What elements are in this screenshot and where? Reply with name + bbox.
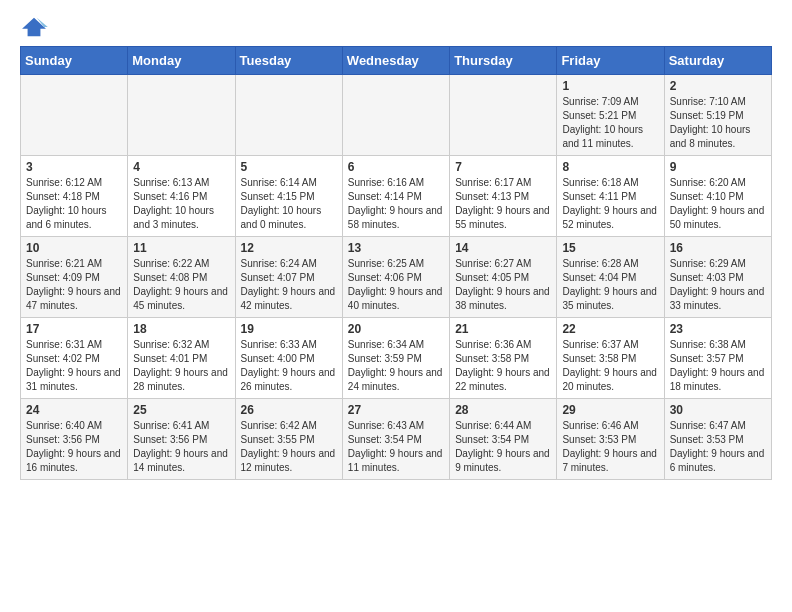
day-info: Sunrise: 6:28 AM Sunset: 4:04 PM Dayligh… — [562, 257, 658, 313]
calendar-week-row: 3Sunrise: 6:12 AM Sunset: 4:18 PM Daylig… — [21, 156, 772, 237]
calendar-cell: 19Sunrise: 6:33 AM Sunset: 4:00 PM Dayli… — [235, 318, 342, 399]
day-info: Sunrise: 6:29 AM Sunset: 4:03 PM Dayligh… — [670, 257, 766, 313]
day-number: 27 — [348, 403, 444, 417]
svg-marker-0 — [22, 18, 46, 36]
day-info: Sunrise: 6:16 AM Sunset: 4:14 PM Dayligh… — [348, 176, 444, 232]
calendar-cell: 3Sunrise: 6:12 AM Sunset: 4:18 PM Daylig… — [21, 156, 128, 237]
day-info: Sunrise: 6:37 AM Sunset: 3:58 PM Dayligh… — [562, 338, 658, 394]
day-info: Sunrise: 6:38 AM Sunset: 3:57 PM Dayligh… — [670, 338, 766, 394]
day-number: 17 — [26, 322, 122, 336]
day-header-tuesday: Tuesday — [235, 47, 342, 75]
calendar-cell: 23Sunrise: 6:38 AM Sunset: 3:57 PM Dayli… — [664, 318, 771, 399]
day-info: Sunrise: 6:14 AM Sunset: 4:15 PM Dayligh… — [241, 176, 337, 232]
day-number: 3 — [26, 160, 122, 174]
day-number: 18 — [133, 322, 229, 336]
calendar-cell: 7Sunrise: 6:17 AM Sunset: 4:13 PM Daylig… — [450, 156, 557, 237]
day-info: Sunrise: 6:40 AM Sunset: 3:56 PM Dayligh… — [26, 419, 122, 475]
calendar-cell: 8Sunrise: 6:18 AM Sunset: 4:11 PM Daylig… — [557, 156, 664, 237]
day-number: 21 — [455, 322, 551, 336]
calendar-header-row: SundayMondayTuesdayWednesdayThursdayFrid… — [21, 47, 772, 75]
day-number: 16 — [670, 241, 766, 255]
calendar-cell: 5Sunrise: 6:14 AM Sunset: 4:15 PM Daylig… — [235, 156, 342, 237]
day-number: 4 — [133, 160, 229, 174]
day-number: 30 — [670, 403, 766, 417]
logo — [20, 16, 52, 38]
day-number: 19 — [241, 322, 337, 336]
day-info: Sunrise: 6:41 AM Sunset: 3:56 PM Dayligh… — [133, 419, 229, 475]
calendar-cell: 17Sunrise: 6:31 AM Sunset: 4:02 PM Dayli… — [21, 318, 128, 399]
day-number: 15 — [562, 241, 658, 255]
day-info: Sunrise: 6:31 AM Sunset: 4:02 PM Dayligh… — [26, 338, 122, 394]
calendar-cell: 28Sunrise: 6:44 AM Sunset: 3:54 PM Dayli… — [450, 399, 557, 480]
calendar-cell: 24Sunrise: 6:40 AM Sunset: 3:56 PM Dayli… — [21, 399, 128, 480]
calendar-table: SundayMondayTuesdayWednesdayThursdayFrid… — [20, 46, 772, 480]
day-header-saturday: Saturday — [664, 47, 771, 75]
calendar-cell: 6Sunrise: 6:16 AM Sunset: 4:14 PM Daylig… — [342, 156, 449, 237]
day-info: Sunrise: 7:10 AM Sunset: 5:19 PM Dayligh… — [670, 95, 766, 151]
day-info: Sunrise: 6:21 AM Sunset: 4:09 PM Dayligh… — [26, 257, 122, 313]
calendar-cell: 18Sunrise: 6:32 AM Sunset: 4:01 PM Dayli… — [128, 318, 235, 399]
calendar-week-row: 24Sunrise: 6:40 AM Sunset: 3:56 PM Dayli… — [21, 399, 772, 480]
day-info: Sunrise: 6:34 AM Sunset: 3:59 PM Dayligh… — [348, 338, 444, 394]
day-info: Sunrise: 6:22 AM Sunset: 4:08 PM Dayligh… — [133, 257, 229, 313]
calendar-cell: 27Sunrise: 6:43 AM Sunset: 3:54 PM Dayli… — [342, 399, 449, 480]
calendar-cell: 13Sunrise: 6:25 AM Sunset: 4:06 PM Dayli… — [342, 237, 449, 318]
day-number: 29 — [562, 403, 658, 417]
day-number: 8 — [562, 160, 658, 174]
day-number: 10 — [26, 241, 122, 255]
calendar-cell: 25Sunrise: 6:41 AM Sunset: 3:56 PM Dayli… — [128, 399, 235, 480]
calendar-week-row: 17Sunrise: 6:31 AM Sunset: 4:02 PM Dayli… — [21, 318, 772, 399]
day-info: Sunrise: 6:12 AM Sunset: 4:18 PM Dayligh… — [26, 176, 122, 232]
calendar-cell — [21, 75, 128, 156]
day-info: Sunrise: 6:36 AM Sunset: 3:58 PM Dayligh… — [455, 338, 551, 394]
day-info: Sunrise: 6:44 AM Sunset: 3:54 PM Dayligh… — [455, 419, 551, 475]
calendar-cell: 10Sunrise: 6:21 AM Sunset: 4:09 PM Dayli… — [21, 237, 128, 318]
day-number: 26 — [241, 403, 337, 417]
calendar-cell: 1Sunrise: 7:09 AM Sunset: 5:21 PM Daylig… — [557, 75, 664, 156]
calendar-cell: 15Sunrise: 6:28 AM Sunset: 4:04 PM Dayli… — [557, 237, 664, 318]
calendar-cell: 16Sunrise: 6:29 AM Sunset: 4:03 PM Dayli… — [664, 237, 771, 318]
day-header-thursday: Thursday — [450, 47, 557, 75]
day-header-friday: Friday — [557, 47, 664, 75]
day-info: Sunrise: 6:17 AM Sunset: 4:13 PM Dayligh… — [455, 176, 551, 232]
day-number: 14 — [455, 241, 551, 255]
calendar-cell: 29Sunrise: 6:46 AM Sunset: 3:53 PM Dayli… — [557, 399, 664, 480]
day-info: Sunrise: 7:09 AM Sunset: 5:21 PM Dayligh… — [562, 95, 658, 151]
day-number: 24 — [26, 403, 122, 417]
calendar-cell: 2Sunrise: 7:10 AM Sunset: 5:19 PM Daylig… — [664, 75, 771, 156]
day-header-wednesday: Wednesday — [342, 47, 449, 75]
day-info: Sunrise: 6:18 AM Sunset: 4:11 PM Dayligh… — [562, 176, 658, 232]
day-number: 13 — [348, 241, 444, 255]
header — [20, 16, 772, 38]
calendar-cell: 26Sunrise: 6:42 AM Sunset: 3:55 PM Dayli… — [235, 399, 342, 480]
day-number: 9 — [670, 160, 766, 174]
day-number: 1 — [562, 79, 658, 93]
day-info: Sunrise: 6:32 AM Sunset: 4:01 PM Dayligh… — [133, 338, 229, 394]
calendar-cell: 22Sunrise: 6:37 AM Sunset: 3:58 PM Dayli… — [557, 318, 664, 399]
day-number: 6 — [348, 160, 444, 174]
logo-icon — [20, 16, 48, 38]
day-number: 28 — [455, 403, 551, 417]
day-number: 20 — [348, 322, 444, 336]
calendar-cell: 21Sunrise: 6:36 AM Sunset: 3:58 PM Dayli… — [450, 318, 557, 399]
calendar-cell: 11Sunrise: 6:22 AM Sunset: 4:08 PM Dayli… — [128, 237, 235, 318]
day-info: Sunrise: 6:33 AM Sunset: 4:00 PM Dayligh… — [241, 338, 337, 394]
calendar-cell: 4Sunrise: 6:13 AM Sunset: 4:16 PM Daylig… — [128, 156, 235, 237]
day-number: 2 — [670, 79, 766, 93]
day-number: 12 — [241, 241, 337, 255]
calendar-cell: 30Sunrise: 6:47 AM Sunset: 3:53 PM Dayli… — [664, 399, 771, 480]
day-number: 22 — [562, 322, 658, 336]
day-header-sunday: Sunday — [21, 47, 128, 75]
day-number: 11 — [133, 241, 229, 255]
calendar-week-row: 10Sunrise: 6:21 AM Sunset: 4:09 PM Dayli… — [21, 237, 772, 318]
day-info: Sunrise: 6:20 AM Sunset: 4:10 PM Dayligh… — [670, 176, 766, 232]
day-info: Sunrise: 6:43 AM Sunset: 3:54 PM Dayligh… — [348, 419, 444, 475]
day-number: 23 — [670, 322, 766, 336]
day-number: 7 — [455, 160, 551, 174]
calendar-cell — [128, 75, 235, 156]
day-info: Sunrise: 6:47 AM Sunset: 3:53 PM Dayligh… — [670, 419, 766, 475]
day-info: Sunrise: 6:42 AM Sunset: 3:55 PM Dayligh… — [241, 419, 337, 475]
calendar-cell: 20Sunrise: 6:34 AM Sunset: 3:59 PM Dayli… — [342, 318, 449, 399]
calendar-cell — [450, 75, 557, 156]
day-info: Sunrise: 6:27 AM Sunset: 4:05 PM Dayligh… — [455, 257, 551, 313]
